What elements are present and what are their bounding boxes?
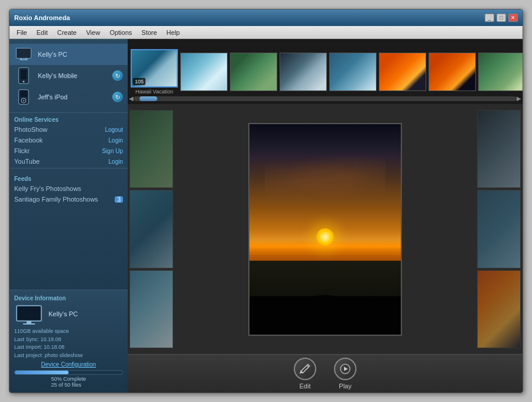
thumbnail-1[interactable]: 105 bbox=[131, 49, 178, 87]
device-info-last-import: Last Import: 10.18.08 bbox=[14, 343, 123, 352]
thumbnail-7[interactable] bbox=[429, 53, 476, 91]
service-flickr: Flickr Sign Up bbox=[9, 145, 128, 156]
device-label-kellys-mobile: Kelly's Mobile bbox=[38, 72, 112, 79]
thumbnail-5[interactable] bbox=[329, 53, 377, 91]
menu-create[interactable]: Create bbox=[53, 28, 82, 37]
edit-label: Edit bbox=[300, 382, 311, 390]
album-name: Hawaii Vacation bbox=[135, 89, 173, 95]
sync-icon-ipod[interactable]: ↻ bbox=[112, 92, 123, 102]
service-photoshow: PhotoShow Logout bbox=[9, 124, 128, 135]
svg-rect-17 bbox=[23, 323, 35, 325]
play-label: Play bbox=[339, 382, 351, 390]
device-info-space: 110GB available space bbox=[14, 328, 123, 336]
service-youtube-action[interactable]: Login bbox=[109, 158, 123, 165]
photo-main-area bbox=[128, 104, 523, 354]
device-info-panel: Device Informaton Kelly's PC bbox=[9, 290, 128, 393]
thumbnail-6[interactable] bbox=[379, 53, 426, 91]
content-area: 105 Hawaii Vacation bbox=[128, 39, 523, 393]
devices-section: Kelly's PC Kelly's Mobile bbox=[9, 39, 128, 113]
strip-scroll-right[interactable]: ▶ bbox=[517, 95, 521, 102]
menu-view[interactable]: View bbox=[82, 28, 105, 37]
strip-scrollbar-thumb[interactable] bbox=[140, 96, 157, 101]
menu-options[interactable]: Options bbox=[105, 28, 137, 37]
device-info-name: Kelly's PC bbox=[48, 310, 78, 317]
album-item[interactable]: 105 Hawaii Vacation bbox=[131, 49, 178, 95]
device-kellys-mobile[interactable]: Kelly's Mobile ↻ bbox=[9, 65, 128, 86]
main-photo[interactable] bbox=[248, 123, 402, 336]
side-thumbs-right bbox=[475, 104, 523, 354]
edit-button[interactable]: Edit bbox=[294, 358, 316, 390]
thumbnail-4[interactable] bbox=[280, 53, 327, 91]
minimize-button[interactable]: _ bbox=[485, 14, 494, 22]
progress-text: 50% Complete 25 of 50 files bbox=[51, 376, 86, 388]
device-info-header: Device Informaton bbox=[14, 295, 123, 302]
feeds-header: Feeds bbox=[9, 172, 128, 183]
progress-label: 50% Complete bbox=[51, 376, 86, 382]
service-flickr-action[interactable]: Sign Up bbox=[102, 148, 123, 154]
thumbnail-8[interactable] bbox=[478, 53, 523, 91]
menu-store[interactable]: Store bbox=[137, 28, 161, 37]
svg-marker-19 bbox=[344, 367, 348, 371]
clouds-layer bbox=[265, 155, 386, 208]
thumbnail-3[interactable] bbox=[230, 53, 277, 91]
svg-rect-7 bbox=[21, 70, 27, 79]
feed-santiago-badge: 3 bbox=[115, 196, 123, 203]
device-jeffs-ipod[interactable]: Jeff's iPod ↻ bbox=[9, 86, 128, 108]
online-services-header: Online Services bbox=[9, 113, 128, 124]
side-thumbs-left bbox=[128, 104, 175, 354]
progress-bar-container bbox=[14, 370, 123, 375]
close-button[interactable]: ✕ bbox=[508, 14, 518, 22]
strip-scrollbar[interactable] bbox=[134, 96, 517, 101]
play-icon bbox=[334, 358, 356, 380]
menu-bar: File Edit Create View Options Store Help bbox=[9, 26, 523, 39]
side-thumb-left-3[interactable] bbox=[129, 270, 173, 348]
mobile-icon bbox=[14, 69, 33, 83]
device-info-content: Kelly's PC 110GB available space Last Sy… bbox=[14, 305, 123, 388]
thumb-img-4 bbox=[280, 53, 326, 90]
feed-santiago-name: Santiago Family Photoshows bbox=[14, 196, 98, 203]
maximize-button[interactable]: □ bbox=[497, 14, 506, 22]
menu-file[interactable]: File bbox=[12, 28, 32, 37]
sidebar-scroll[interactable]: Kelly's PC Kelly's Mobile bbox=[9, 39, 128, 290]
thumb-img-7 bbox=[429, 53, 475, 90]
menu-edit[interactable]: Edit bbox=[32, 28, 53, 37]
sunset-sun bbox=[316, 228, 334, 246]
service-facebook-name: Facebook bbox=[14, 137, 109, 144]
pc-icon-large bbox=[14, 305, 44, 325]
side-thumb-right-1[interactable] bbox=[477, 110, 521, 188]
window-controls: _ □ ✕ bbox=[485, 14, 518, 22]
sync-icon-mobile[interactable]: ↻ bbox=[112, 70, 123, 81]
svg-rect-15 bbox=[18, 307, 40, 320]
thumb-img-2 bbox=[181, 53, 227, 90]
progress-bar-fill bbox=[15, 371, 69, 374]
horizon-line bbox=[249, 254, 401, 254]
service-youtube: YouTube Login bbox=[9, 156, 128, 167]
device-info-last-sync: Last Sync: 10.18.08 bbox=[14, 336, 123, 344]
service-photoshow-action[interactable]: Logout bbox=[105, 127, 123, 133]
thumb-img-5 bbox=[330, 53, 376, 90]
side-thumb-right-3[interactable] bbox=[477, 270, 521, 348]
main-area: Kelly's PC Kelly's Mobile bbox=[9, 39, 523, 393]
thumb-img-8 bbox=[479, 53, 523, 90]
title-bar: Roxio Andromeda _ □ ✕ bbox=[9, 9, 523, 26]
feed-kelly-fry-name: Kelly Fry's Photoshows bbox=[14, 185, 81, 192]
device-config-link[interactable]: Device Configuration bbox=[41, 361, 96, 368]
bottom-toolbar: Edit Play bbox=[128, 354, 523, 393]
device-kellys-pc[interactable]: Kelly's PC bbox=[9, 44, 128, 65]
service-facebook-action[interactable]: Login bbox=[109, 137, 123, 144]
device-label-jeffs-ipod: Jeff's iPod bbox=[38, 93, 112, 100]
progress-sub: 25 of 50 files bbox=[51, 382, 81, 388]
feed-kelly-fry[interactable]: Kelly Fry's Photoshows bbox=[9, 183, 128, 194]
thumbnail-2[interactable] bbox=[180, 53, 228, 91]
thumb-badge-1: 105 bbox=[133, 78, 145, 85]
menu-help[interactable]: Help bbox=[162, 28, 185, 37]
play-button[interactable]: Play bbox=[334, 358, 356, 390]
sidebar: Kelly's PC Kelly's Mobile bbox=[9, 39, 128, 393]
side-thumb-left-2[interactable] bbox=[129, 190, 173, 268]
device-label-kellys-pc: Kelly's PC bbox=[38, 51, 123, 58]
strip-scroll-left[interactable]: ◀ bbox=[129, 95, 134, 102]
side-thumb-right-2[interactable] bbox=[477, 190, 521, 268]
ipod-icon bbox=[14, 90, 33, 104]
feed-santiago[interactable]: Santiago Family Photoshows 3 bbox=[9, 194, 128, 205]
side-thumb-left-1[interactable] bbox=[129, 110, 173, 188]
